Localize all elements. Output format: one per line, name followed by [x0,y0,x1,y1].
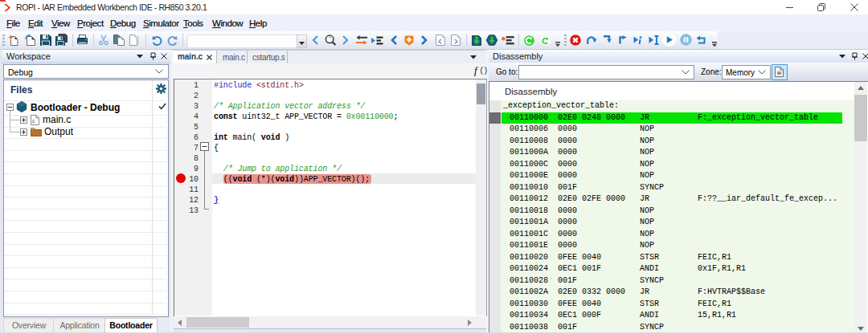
svg-text:c: c [32,118,35,124]
